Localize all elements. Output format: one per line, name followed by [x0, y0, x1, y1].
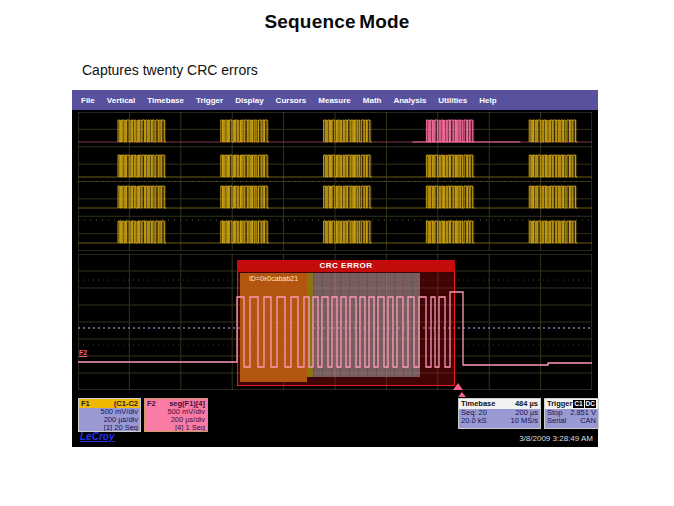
menu-item-timebase[interactable]: Timebase	[147, 96, 184, 105]
f1-descriptor-box[interactable]: F1 (C1-C2 500 mV/div 200 µs/div [1] 20 S…	[78, 398, 141, 432]
scope-menubar: File Vertical Timebase Trigger Display C…	[72, 90, 598, 110]
zoom-trace-grid: CRC ERROR ID=0x0cabab21 F2	[78, 254, 592, 390]
f2-trace-label: F2	[79, 349, 87, 356]
menu-item-display[interactable]: Display	[235, 96, 263, 105]
sequence-waveforms	[78, 112, 592, 251]
timebase-samples: 20.0 kS	[461, 417, 486, 425]
menu-item-trigger[interactable]: Trigger	[196, 96, 223, 105]
f2-segments: [4] 1 Seg	[145, 424, 207, 432]
crc-error-label: CRC ERROR	[237, 260, 455, 272]
frame-id-label: ID=0x0cabab21	[240, 275, 307, 282]
slide-caption: Captures twenty CRC errors	[82, 62, 258, 78]
trigger-position-marker	[453, 383, 463, 390]
timebase-rate: 10 MS/s	[510, 417, 538, 425]
sequence-segments-grid	[78, 112, 592, 251]
menu-item-cursors[interactable]: Cursors	[276, 96, 307, 105]
trigger-time-marker	[458, 392, 466, 397]
menu-item-help[interactable]: Help	[479, 96, 496, 105]
f2-label: F2	[147, 399, 156, 408]
f2-descriptor-box[interactable]: F2 seg(F1)[4] 500 mV/div 200 µs/div [4] …	[144, 398, 208, 432]
lecroy-logo: LeCroy	[80, 431, 114, 442]
trigger-source-badge: C1	[573, 400, 583, 408]
page-title: Sequence Mode	[0, 11, 674, 33]
menu-item-math[interactable]: Math	[363, 96, 382, 105]
menu-item-vertical[interactable]: Vertical	[107, 96, 135, 105]
datetime-stamp: 3/8/2009 3:28:49 AM	[519, 434, 593, 443]
menu-item-file[interactable]: File	[81, 96, 95, 105]
f1-label: F1	[81, 399, 90, 408]
menu-item-measure[interactable]: Measure	[318, 96, 350, 105]
menu-item-utilities[interactable]: Utilities	[438, 96, 467, 105]
trigger-protocol: CAN	[580, 417, 596, 425]
oscilloscope-screenshot: File Vertical Timebase Trigger Display C…	[72, 90, 598, 447]
timebase-box[interactable]: Timebase 484 µs Seq: 20 200 µs 20.0 kS 1…	[458, 398, 541, 429]
trigger-coupling-badge: DC	[585, 400, 596, 408]
trigger-type: Serial	[547, 417, 566, 425]
zoom-trace-waveform	[78, 254, 592, 390]
trigger-box[interactable]: Trigger C1 DC Stop 2.851 V Serial CAN	[544, 398, 599, 429]
menu-item-analysis[interactable]: Analysis	[393, 96, 426, 105]
